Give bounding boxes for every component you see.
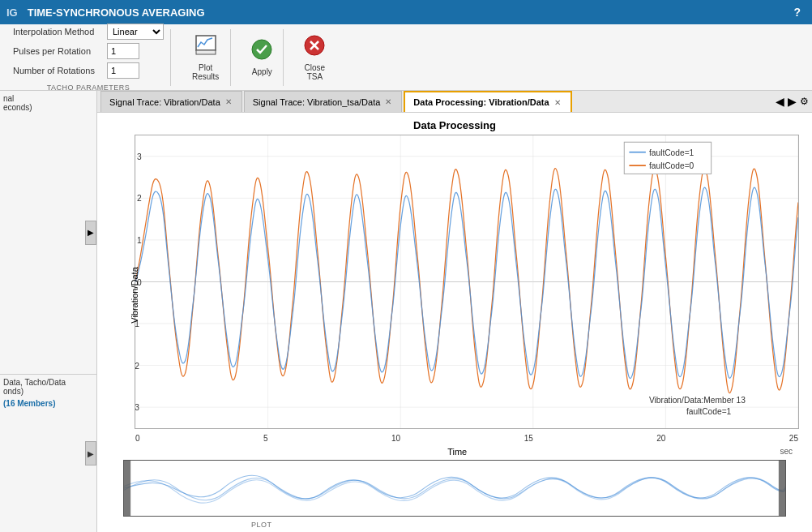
plot-results-label2: Results — [192, 72, 219, 81]
left-panel-top-content: nal econds) — [0, 91, 96, 115]
plot-results-label: Plot — [199, 63, 212, 72]
tab-signal-trace-1[interactable]: Signal Trace: Vibration/Data ✕ — [100, 91, 242, 112]
chart-area: 3 2 1 0 -1 -2 -3 fault — [135, 135, 799, 429]
tab-data-processing-label: Data Processing: Vibration/Data — [413, 97, 549, 107]
plot-section: Plot Results PLOT — [181, 29, 231, 86]
svg-rect-33 — [124, 461, 130, 516]
tabs-scroll-right[interactable]: ▶ — [788, 95, 797, 108]
toolbar: Interpolation Method Linear Cubic Neares… — [0, 24, 812, 91]
apply-button[interactable]: Apply — [246, 36, 278, 78]
chart-container: Data Processing Vibration/Data — [97, 113, 812, 532]
close-tsa-label: Close — [305, 63, 326, 72]
svg-text:2: 2 — [137, 194, 142, 203]
y-axis-label: Vibration/Data — [130, 268, 139, 324]
svg-text:faultCode=1: faultCode=1 — [649, 148, 694, 157]
svg-text:-2: -2 — [135, 362, 139, 371]
plot-icon — [194, 34, 217, 62]
tab-data-processing-close[interactable]: ✕ — [553, 98, 562, 107]
interpolation-select[interactable]: Linear Cubic Nearest — [107, 24, 164, 40]
x-axis-row: Time sec — [135, 447, 799, 457]
help-button[interactable]: ? — [788, 4, 806, 20]
tab-data-processing[interactable]: Data Processing: Vibration/Data ✕ — [404, 91, 571, 112]
tab-signal-trace-2-close[interactable]: ✕ — [383, 97, 393, 106]
tab-signal-trace-1-label: Signal Trace: Vibration/Data — [109, 97, 220, 107]
main-area: nal econds) ▶ Data, Tacho/Data onds) (16… — [0, 91, 812, 532]
left-panel-top: nal econds) ▶ — [0, 91, 96, 375]
svg-text:faultCode=1: faultCode=1 — [686, 407, 732, 416]
apply-icon — [250, 38, 273, 66]
tab-signal-trace-1-close[interactable]: ✕ — [224, 97, 233, 106]
panel-arrow-top[interactable]: ▶ — [85, 221, 96, 245]
apply-label: Apply — [252, 67, 272, 76]
minimap-svg — [124, 461, 785, 516]
minimap-area: 0 5 10 15 20 25 — [123, 460, 786, 517]
chart-svg: 3 2 1 0 -1 -2 -3 fault — [135, 135, 798, 428]
tacho-params-section: Interpolation Method Linear Cubic Neares… — [6, 29, 171, 86]
title-bar: IG TIME-SYNCHRONOUS AVERAGING ? — [0, 0, 812, 24]
rotations-row: Number of Rotations — [13, 62, 164, 79]
content-area: Signal Trace: Vibration/Data ✕ Signal Tr… — [97, 91, 812, 532]
svg-text:-3: -3 — [135, 403, 139, 412]
left-panel: nal econds) ▶ Data, Tacho/Data onds) (16… — [0, 91, 97, 532]
apply-section: Apply — [241, 29, 284, 86]
tab-signal-trace-2[interactable]: Signal Trace: Vibration_tsa/Data ✕ — [244, 91, 403, 112]
left-bottom-label1: Data, Tacho/Data — [3, 378, 93, 387]
tab-signal-trace-2-label: Signal Trace: Vibration_tsa/Data — [253, 97, 381, 107]
svg-rect-1 — [196, 50, 216, 54]
close-tsa-button[interactable]: Close TSA — [298, 32, 331, 83]
tabs-scroll-left[interactable]: ◀ — [776, 95, 784, 108]
left-top-label2: econds) — [3, 103, 93, 112]
chart-title: Data Processing — [110, 119, 799, 131]
left-bottom-label3: (16 Members) — [3, 399, 93, 408]
svg-text:faultCode=0: faultCode=0 — [649, 161, 694, 170]
pulses-row: Pulses per Rotation — [13, 43, 164, 59]
close-tsa-label2: TSA — [307, 72, 323, 81]
x-axis-ticks: 0 5 10 15 20 25 — [135, 434, 798, 443]
interpolation-label: Interpolation Method — [13, 27, 102, 36]
tabs-bar: Signal Trace: Vibration/Data ✕ Signal Tr… — [97, 91, 812, 113]
left-top-label1: nal — [3, 94, 93, 103]
svg-text:3: 3 — [137, 152, 142, 161]
tool-name: TIME-SYNCHRONOUS AVERAGING — [28, 6, 205, 19]
svg-text:Vibration/Data:Member 13: Vibration/Data:Member 13 — [649, 396, 746, 405]
left-bottom-label2: onds) — [3, 387, 93, 396]
tacho-params-label: TACHO PARAMETERS — [13, 84, 164, 92]
chart-wrapper: Vibration/Data — [110, 135, 799, 457]
rotations-label: Number of Rotations — [13, 66, 102, 75]
svg-rect-34 — [779, 461, 785, 516]
x-axis-unit: sec — [780, 447, 793, 456]
panel-arrow-bottom[interactable]: ▶ — [85, 441, 96, 466]
left-panel-bottom: Data, Tacho/Data onds) (16 Members) ▶ — [0, 375, 96, 532]
tabs-gear[interactable]: ⚙ — [800, 96, 809, 107]
plot-results-button[interactable]: Plot Results — [187, 32, 224, 83]
pulses-label: Pulses per Rotation — [13, 46, 102, 56]
close-icon — [303, 34, 326, 62]
interpolation-row: Interpolation Method Linear Cubic Neares… — [13, 24, 164, 40]
pulses-input[interactable] — [107, 43, 139, 59]
svg-text:1: 1 — [137, 236, 142, 245]
close-section: Close TSA — [293, 29, 335, 86]
rotations-input[interactable] — [107, 62, 139, 79]
x-axis-label: Time — [135, 447, 780, 457]
app-name: IG — [6, 6, 18, 19]
